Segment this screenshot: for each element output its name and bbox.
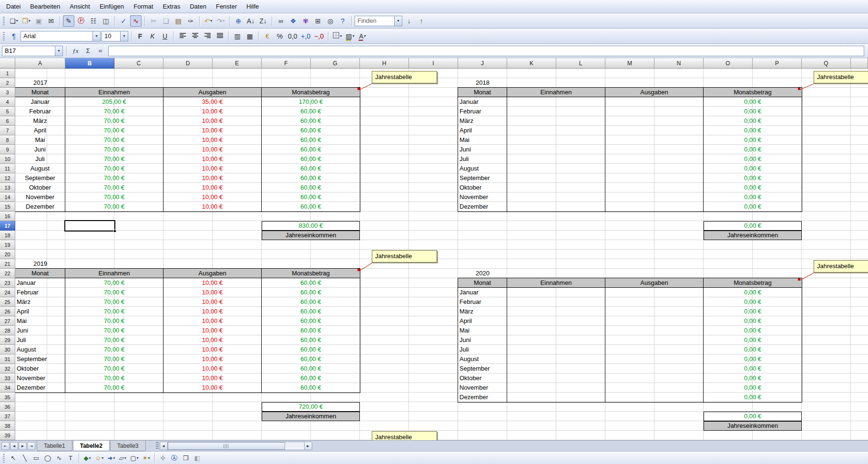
einnahmen-cell[interactable]	[507, 97, 605, 107]
function-wizard-button[interactable]: ƒx	[70, 46, 81, 56]
month-cell[interactable]: August	[15, 164, 65, 173]
einnahmen-cell[interactable]	[507, 288, 605, 297]
ausgaben-cell[interactable]	[605, 97, 704, 107]
year-label-2018[interactable]: 2018	[458, 78, 507, 88]
select-button[interactable]: ↖	[8, 453, 19, 464]
bold-button[interactable]: F	[134, 30, 146, 42]
new-document-button[interactable]: ❏▾	[8, 15, 20, 27]
monatsbetrag-cell[interactable]: 0,00 €	[704, 364, 802, 373]
ausgaben-cell[interactable]: 10,00 €	[163, 126, 262, 135]
ausgaben-cell[interactable]: 10,00 €	[163, 316, 262, 326]
header-cell-monat[interactable]: Monat	[458, 88, 507, 97]
column-header-p[interactable]: P	[753, 58, 802, 69]
month-cell[interactable]: März	[458, 116, 507, 126]
month-cell[interactable]: September	[458, 173, 507, 183]
sheet-tab-tabelle3[interactable]: Tabelle3	[110, 441, 146, 451]
einnahmen-cell[interactable]	[507, 164, 605, 173]
month-cell[interactable]: Dezember	[15, 383, 65, 393]
menu-ansicht[interactable]: Ansicht	[65, 1, 94, 12]
monatsbetrag-cell[interactable]: 0,00 €	[704, 183, 802, 192]
undo-button[interactable]: ↶▾	[203, 15, 214, 27]
ausgaben-cell[interactable]: 10,00 €	[163, 154, 262, 164]
note-jahrestabelle-1[interactable]: Jahrestabelle	[372, 71, 437, 83]
email-button[interactable]: ✉	[45, 15, 57, 27]
jahreseinkommen-label-2020[interactable]: Jahreseinkommen	[704, 421, 802, 431]
einnahmen-cell[interactable]: 70,00 €	[65, 135, 163, 145]
row-header-12[interactable]: 12	[0, 173, 15, 183]
scrollbar-thumb[interactable]	[168, 442, 285, 450]
menu-extras[interactable]: Extras	[158, 1, 184, 12]
month-cell[interactable]: November	[15, 192, 65, 202]
ausgaben-cell[interactable]	[605, 192, 704, 202]
monatsbetrag-cell[interactable]: 60,00 €	[262, 164, 360, 173]
from-file-button[interactable]: ❒	[181, 453, 191, 464]
monatsbetrag-cell[interactable]: 60,00 €	[262, 335, 360, 345]
einnahmen-cell[interactable]: 70,00 €	[65, 164, 163, 173]
gallery-button[interactable]: ✾	[300, 15, 311, 27]
month-cell[interactable]: Januar	[15, 97, 65, 107]
monatsbetrag-cell[interactable]: 60,00 €	[262, 373, 360, 383]
menu-daten[interactable]: Daten	[185, 1, 211, 12]
name-box-dropdown[interactable]: ▼	[55, 46, 62, 56]
font-name-combo[interactable]: Arial▼	[20, 31, 101, 41]
month-cell[interactable]: Mai	[15, 135, 65, 145]
align-justify-button[interactable]	[214, 30, 225, 42]
prev-sheet-button[interactable]: ◄	[10, 442, 18, 450]
row-header-38[interactable]: 38	[0, 421, 15, 431]
row-header-8[interactable]: 8	[0, 135, 15, 145]
monatsbetrag-cell[interactable]: 60,00 €	[262, 116, 360, 126]
tab-scrollbar-splitter[interactable]	[156, 442, 159, 450]
einnahmen-cell[interactable]: 70,00 €	[65, 145, 163, 154]
delete-decimal-button[interactable]: −,0	[313, 30, 325, 42]
monatsbetrag-cell[interactable]: 60,00 €	[262, 183, 360, 192]
einnahmen-cell[interactable]: 70,00 €	[65, 354, 163, 364]
column-header-q[interactable]: Q	[802, 58, 851, 69]
column-header-d[interactable]: D	[163, 58, 213, 69]
monatsbetrag-cell[interactable]: 0,00 €	[704, 192, 802, 202]
ausgaben-cell[interactable]: 10,00 €	[163, 354, 262, 364]
ausgaben-cell[interactable]	[605, 107, 704, 116]
navigator-button[interactable]: ❖	[287, 15, 299, 27]
month-cell[interactable]: Dezember	[458, 393, 507, 402]
currency-button[interactable]: €	[262, 30, 273, 42]
header-cell-einnahmen[interactable]: Einnahmen	[65, 88, 163, 97]
ausgaben-cell[interactable]	[605, 373, 704, 383]
month-cell[interactable]: April	[458, 126, 507, 135]
monatsbetrag-cell[interactable]: 0,00 €	[704, 316, 802, 326]
einnahmen-cell[interactable]	[507, 126, 605, 135]
row-header-35[interactable]: 35	[0, 393, 15, 402]
einnahmen-cell[interactable]: 70,00 €	[65, 364, 163, 373]
merge-cells-button[interactable]: ▥	[232, 30, 243, 42]
month-cell[interactable]: November	[458, 192, 507, 202]
einnahmen-cell[interactable]	[507, 116, 605, 126]
align-right-button[interactable]	[202, 30, 213, 42]
month-cell[interactable]: Oktober	[15, 183, 65, 192]
sort-descending-button[interactable]: Z↓	[257, 15, 269, 27]
monatsbetrag-cell[interactable]: 60,00 €	[262, 192, 360, 202]
monatsbetrag-cell[interactable]: 0,00 €	[704, 202, 802, 212]
scrollbar-track[interactable]	[168, 442, 304, 450]
standard-format-button[interactable]: 0,0	[286, 30, 298, 42]
ausgaben-cell[interactable]	[605, 393, 704, 402]
monatsbetrag-cell[interactable]: 0,00 €	[704, 116, 802, 126]
sheet-tab-tabelle2[interactable]: Tabelle2	[73, 441, 110, 451]
note-jahrestabelle-3[interactable]: Jahrestabelle	[372, 250, 437, 262]
ausgaben-cell[interactable]: 10,00 €	[163, 307, 262, 316]
menu-fenster[interactable]: Fenster	[212, 1, 241, 12]
format-paintbrush-button[interactable]: ✑	[185, 15, 196, 27]
month-cell[interactable]: Juli	[15, 154, 65, 164]
ausgaben-cell[interactable]: 10,00 €	[163, 383, 262, 393]
monatsbetrag-cell[interactable]: 0,00 €	[704, 288, 802, 297]
toolbar-grip[interactable]	[3, 454, 5, 463]
monatsbetrag-cell[interactable]: 0,00 €	[704, 326, 802, 335]
menu-datei[interactable]: Datei	[2, 1, 25, 12]
paste-button[interactable]: ▤	[173, 15, 184, 27]
month-cell[interactable]: Mai	[458, 326, 507, 335]
ausgaben-cell[interactable]	[605, 364, 704, 373]
spellcheck-button[interactable]: ✓	[118, 15, 129, 27]
ausgaben-cell[interactable]	[605, 354, 704, 364]
column-header-b[interactable]: B	[65, 58, 114, 69]
month-cell[interactable]: Januar	[458, 97, 507, 107]
month-cell[interactable]: Oktober	[458, 183, 507, 192]
find-next-button[interactable]: ↓	[403, 15, 415, 27]
